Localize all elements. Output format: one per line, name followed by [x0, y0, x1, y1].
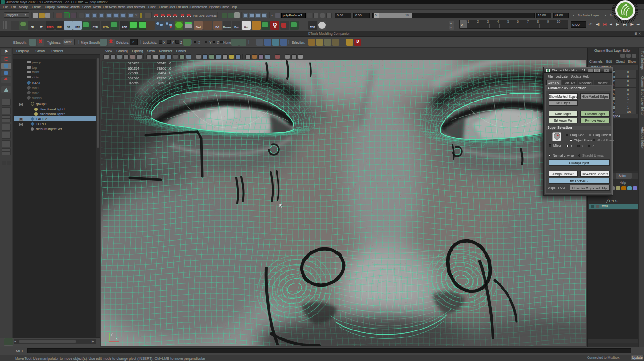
svg-text:0: 0 [169, 61, 171, 65]
svg-text:0: 0 [169, 81, 171, 85]
svg-text:73806: 73806 [157, 66, 166, 71]
svg-text:226580: 226580 [128, 71, 139, 75]
svg-text:0: 0 [169, 66, 171, 71]
svg-text:8: 8 [169, 76, 171, 80]
svg-text:38464: 38464 [157, 71, 166, 75]
svg-text:651154: 651154 [128, 66, 139, 71]
svg-text:39292: 39292 [157, 81, 166, 85]
svg-text:y: y [111, 332, 113, 336]
svg-text:73928: 73928 [157, 76, 166, 80]
svg-text:945659: 945659 [128, 81, 139, 85]
svg-text:x: x [116, 337, 118, 340]
svg-text:38345: 38345 [157, 61, 166, 65]
svg-text:0: 0 [169, 71, 171, 75]
svg-text:652660: 652660 [128, 76, 139, 80]
svg-text:326729: 326729 [128, 61, 139, 65]
